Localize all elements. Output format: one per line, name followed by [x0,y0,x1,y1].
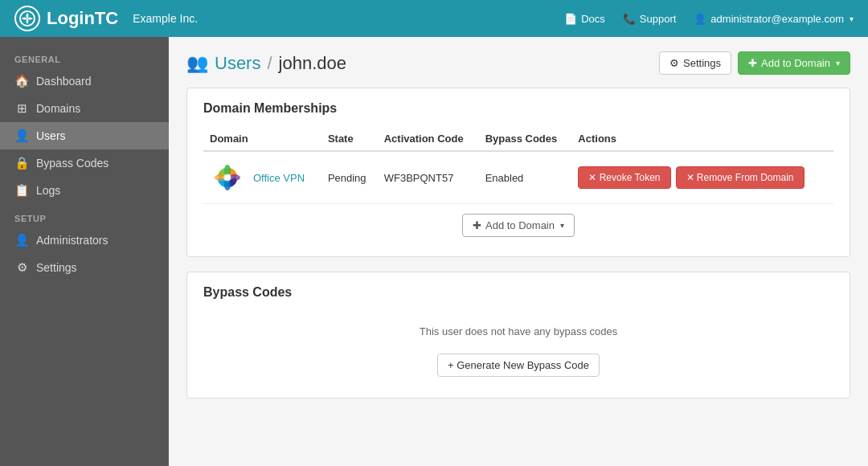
settings-button[interactable]: ⚙ Settings [659,51,731,75]
bypass-icon: 🔒 [14,156,29,170]
support-link[interactable]: 📞 Support [623,13,677,25]
remove-from-domain-button[interactable]: ✕ Remove From Domain [676,166,805,189]
user-icon: 👤 [694,13,706,25]
table-header: Domain State Activation Code Bypass Code… [203,127,833,151]
state-cell: Pending [321,151,378,204]
add-to-domain-table-button[interactable]: ✚ Add to Domain ▾ [462,214,575,237]
docs-link[interactable]: 📄 Docs [564,13,605,25]
domain-memberships-title: Domain Memberships [203,101,833,116]
domain-cell-inner: Office VPN [210,160,315,195]
bypass-codes-card: Bypass Codes This user does not have any… [186,272,850,399]
support-icon: 📞 [623,13,636,25]
sidebar-item-users[interactable]: 👤 Users [0,122,169,149]
sidebar-item-settings[interactable]: ⚙ Settings [0,254,169,281]
sidebar-label-dashboard: Dashboard [36,75,92,88]
settings-icon: ⚙ [669,57,679,69]
sidebar-label-settings: Settings [36,261,77,274]
col-bypass-codes: Bypass Codes [479,127,572,151]
users-icon: 👤 [14,129,29,143]
admin-icon: 👤 [14,233,29,247]
sidebar-general-label: GENERAL [0,45,169,67]
add-domain-caret: ▾ [836,59,840,67]
sidebar: GENERAL 🏠 Dashboard ⊞ Domains 👤 Users 🔒 … [0,37,169,466]
user-menu-caret: ▾ [850,14,854,23]
sidebar-label-administrators: Administrators [36,234,108,247]
bypass-empty-message: This user does not have any bypass codes [203,311,833,345]
col-activation-code: Activation Code [378,127,479,151]
page-header: 👥 Users / john.doe ⚙ Settings ✚ Add to D… [186,51,850,75]
topnav-right: 📄 Docs 📞 Support 👤 administrator@example… [564,13,854,25]
add-domain-table-caret: ▾ [560,221,564,230]
table-row: Office VPN Pending WF3BPQNT57 Enabled ✕ … [203,151,833,204]
sidebar-item-domains[interactable]: ⊞ Domains [0,95,169,122]
logs-icon: 📋 [14,183,29,198]
breadcrumb-users[interactable]: Users [215,53,260,74]
domains-icon: ⊞ [14,101,29,116]
generate-bypass-code-button[interactable]: + Generate New Bypass Code [437,354,600,377]
sidebar-label-logs: Logs [36,184,60,197]
svg-point-8 [229,174,240,181]
add-to-domain-icon: ✚ [473,219,481,231]
breadcrumb-user: john.doe [279,53,346,74]
docs-icon: 📄 [564,13,577,25]
svg-point-6 [224,179,231,190]
settings-sidebar-icon: ⚙ [14,260,29,275]
activation-code-cell: WF3BPQNT57 [378,151,479,204]
top-navbar: LoginTC Example Inc. 📄 Docs 📞 Support 👤 … [0,0,868,37]
domain-name-link[interactable]: Office VPN [253,172,305,184]
sidebar-item-dashboard[interactable]: 🏠 Dashboard [0,67,169,95]
table-header-row: Domain State Activation Code Bypass Code… [203,127,833,151]
header-actions: ⚙ Settings ✚ Add to Domain ▾ [659,51,850,75]
actions-cell: ✕ Revoke Token ✕ Remove From Domain [571,151,833,204]
breadcrumb-separator: / [267,53,272,74]
company-name: Example Inc. [133,12,198,25]
page-title: 👥 Users / john.doe [186,53,346,74]
layout: GENERAL 🏠 Dashboard ⊞ Domains 👤 Users 🔒 … [0,37,868,466]
brand-logo: LoginTC [14,6,118,31]
col-state: State [321,127,378,151]
domain-logo [210,160,245,195]
sidebar-item-administrators[interactable]: 👤 Administrators [0,227,169,254]
brand-name: LoginTC [47,8,118,29]
sidebar-label-bypass: Bypass Codes [36,157,108,170]
svg-point-7 [215,174,226,181]
domain-memberships-card: Domain Memberships Domain State Activati… [186,88,850,257]
svg-point-9 [224,174,231,181]
bypass-codes-cell: Enabled [479,151,572,204]
actions-cell-inner: ✕ Revoke Token ✕ Remove From Domain [578,166,827,189]
sidebar-item-bypass-codes[interactable]: 🔒 Bypass Codes [0,149,169,177]
user-menu[interactable]: 👤 administrator@example.com ▾ [694,13,854,25]
table-body: Office VPN Pending WF3BPQNT57 Enabled ✕ … [203,151,833,204]
domain-cell: Office VPN [203,151,321,204]
sidebar-setup-label: SETUP [0,204,169,227]
sidebar-item-logs[interactable]: 📋 Logs [0,177,169,204]
bypass-codes-title: Bypass Codes [203,285,833,300]
page-title-icon: 👥 [186,53,208,74]
domain-memberships-table: Domain State Activation Code Bypass Code… [203,127,833,204]
svg-point-5 [224,165,231,176]
bypass-btn-row: + Generate New Bypass Code [203,345,833,382]
col-actions: Actions [571,127,833,151]
sidebar-label-users: Users [36,129,66,142]
col-domain: Domain [203,127,321,151]
revoke-token-button[interactable]: ✕ Revoke Token [578,166,670,189]
topnav-left: LoginTC Example Inc. [14,6,198,31]
add-to-domain-header-button[interactable]: ✚ Add to Domain ▾ [738,51,850,75]
sidebar-label-domains: Domains [36,102,80,115]
add-to-domain-row: ✚ Add to Domain ▾ [203,204,833,240]
home-icon: 🏠 [14,74,29,88]
brand-icon [14,6,40,31]
add-icon: ✚ [748,57,757,69]
main-content: 👥 Users / john.doe ⚙ Settings ✚ Add to D… [169,37,868,466]
